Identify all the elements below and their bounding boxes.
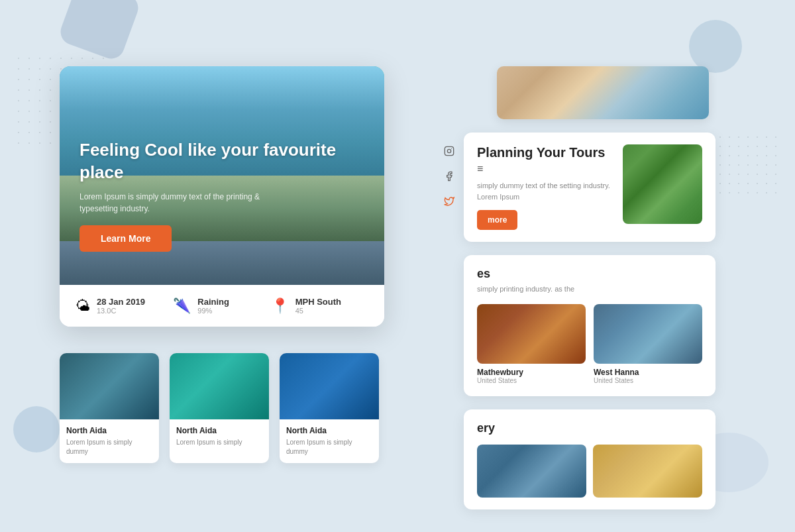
weather-date: 28 Jan 2019 (97, 297, 145, 307)
green-hills-photo (623, 144, 702, 224)
blog-card-text-1: Lorem Ipsum is simply dummy (66, 438, 152, 456)
destinations-section: es simply printing industry. as the Math… (464, 255, 716, 396)
blog-card-body-2: North Aida Lorem Ipsum is simply (170, 419, 269, 454)
menu-icon: ≡ (477, 163, 612, 175)
planning-wrapper: Planning Your Tours ≡ simply dummy text … (464, 133, 755, 242)
dest-card-2: West Hanna United States (594, 304, 702, 384)
planning-cta-button[interactable]: more (477, 210, 517, 230)
blog-card-image-1 (60, 353, 159, 419)
weather-date-item: 🌤 28 Jan 2019 13.0C (76, 297, 173, 315)
planning-section: Planning Your Tours ≡ simply dummy text … (464, 133, 716, 242)
weather-temp: 13.0C (97, 307, 145, 315)
gallery-section: ery (464, 409, 716, 509)
blog-card-body-1: North Aida Lorem Ipsum is simply dummy (60, 419, 159, 463)
blog-card-title-2: North Aida (176, 426, 262, 435)
weather-rain-item: 🌂 Raining 99% (173, 297, 270, 315)
hero-title: Feeling Cool like your favourite place (80, 139, 364, 184)
weather-wind-info: MPH South 45 (295, 297, 341, 315)
weather-rain-info: Raining 99% (197, 297, 229, 315)
sun-icon: 🌤 (76, 297, 90, 315)
weather-condition: Raining (197, 297, 229, 307)
social-icons (444, 146, 454, 209)
left-panel: Feeling Cool like your favourite place L… (60, 66, 444, 509)
destinations-title: es (477, 267, 702, 281)
planning-inner: Planning Your Tours ≡ simply dummy text … (477, 144, 702, 230)
blog-card-text-3: Lorem Ipsum is simply dummy (286, 438, 372, 456)
bg-shape-topright (689, 20, 742, 73)
hero-card: Feeling Cool like your favourite place L… (60, 66, 384, 327)
blog-card-image-3 (280, 353, 379, 419)
weather-wind-speed: 45 (295, 307, 341, 315)
blog-card-2: North Aida Lorem Ipsum is simply (170, 353, 269, 463)
gallery-grid (477, 445, 702, 498)
gallery-image-1 (477, 445, 586, 498)
rain-icon: 🌂 (173, 297, 191, 315)
beach-aerial-photo (497, 66, 709, 119)
mountain-image (594, 304, 702, 364)
blog-card-3: North Aida Lorem Ipsum is simply dummy (280, 353, 379, 463)
blog-card-title-1: North Aida (66, 426, 152, 435)
destination-cards: Mathewbury United States West Hanna Unit… (477, 304, 702, 384)
weather-wind-dir: MPH South (295, 297, 341, 307)
top-beach-image (497, 66, 709, 119)
weather-rain-pct: 99% (197, 307, 229, 315)
hero-image: Feeling Cool like your favourite place L… (60, 66, 384, 285)
dest-country-1: United States (477, 377, 586, 384)
facebook-icon[interactable] (444, 171, 454, 184)
twitter-icon[interactable] (444, 196, 454, 209)
learn-more-button[interactable]: Learn More (80, 225, 172, 252)
blog-card-1: North Aida Lorem Ipsum is simply dummy (60, 353, 159, 463)
svg-point-1 (447, 149, 450, 152)
weather-wind-item: 📍 MPH South 45 (271, 297, 368, 315)
svg-point-2 (451, 148, 452, 149)
dest-name-2: West Hanna (594, 368, 702, 377)
blog-card-text-2: Lorem Ipsum is simply (176, 438, 262, 447)
instagram-icon[interactable] (444, 146, 454, 159)
dest-card-1: Mathewbury United States (477, 304, 586, 384)
blog-cards-section: North Aida Lorem Ipsum is simply dummy N… (60, 353, 384, 463)
planning-description: simply dummy text of the setting industr… (477, 180, 612, 202)
gallery-image-2 (593, 445, 702, 498)
dest-country-2: United States (594, 377, 702, 384)
location-icon: 📍 (271, 297, 289, 315)
gallery-title: ery (477, 421, 702, 435)
svg-rect-0 (445, 146, 453, 155)
planning-image (623, 144, 702, 224)
weather-date-info: 28 Jan 2019 13.0C (97, 297, 145, 315)
dest-name-1: Mathewbury (477, 368, 586, 377)
planning-title: Planning Your Tours (477, 144, 612, 160)
hero-content: Feeling Cool like your favourite place L… (80, 139, 364, 252)
blog-card-body-3: North Aida Lorem Ipsum is simply dummy (280, 419, 379, 463)
destinations-description: simply printing industry. as the (477, 284, 702, 295)
blog-card-image-2 (170, 353, 269, 419)
right-panel: Planning Your Tours ≡ simply dummy text … (444, 66, 755, 509)
planning-text: Planning Your Tours ≡ simply dummy text … (477, 144, 612, 230)
weather-bar: 🌤 28 Jan 2019 13.0C 🌂 Raining 99% 📍 (60, 285, 384, 327)
hero-subtitle: Lorem Ipsum is simply dummy text of the … (80, 191, 265, 215)
bg-shape-bottomleft (13, 406, 60, 452)
canyon-image (477, 304, 586, 364)
blog-card-title-3: North Aida (286, 426, 372, 435)
